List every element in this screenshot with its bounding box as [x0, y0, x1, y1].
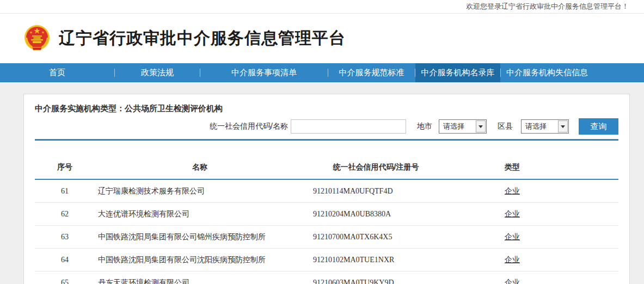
search-button[interactable]: 查询 — [579, 118, 618, 135]
table-header-row: 序号 名称 统一社会信用代码/注册号 类型 — [35, 156, 618, 180]
section-title: 中介服务实施机构类型：公共场所卫生检测评价机构 — [35, 103, 618, 114]
row-name: 辽宁瑞康检测技术服务有限公司 — [95, 186, 305, 196]
table-row: 64 中国铁路沈阳局集团有限公司沈阳疾病预防控制所 91210102MA0TUE… — [35, 249, 618, 271]
nav-item-service-list[interactable]: 中介服务事项清单 — [200, 63, 328, 82]
row-type-link[interactable]: 企业 — [505, 186, 520, 195]
welcome-bar: 欢迎您登录辽宁省行政审批中介服务信息管理平台！ — [0, 0, 644, 14]
credit-code-input[interactable] — [291, 119, 406, 134]
national-emblem-icon — [24, 23, 50, 54]
credit-code-label: 统一社会信用代码/名称 — [210, 122, 288, 131]
row-code: 91210603MA0TU9KY9D — [305, 279, 447, 284]
welcome-text: 欢迎您登录辽宁省行政审批中介服务信息管理平台！ — [466, 2, 629, 11]
row-code: 91210102MA0TUE1NXR — [305, 256, 447, 264]
nav-filler — [593, 63, 644, 82]
nav-item-home[interactable]: 首页 — [0, 63, 114, 82]
header-no: 序号 — [35, 162, 95, 172]
site-header: 辽宁省行政审批中介服务信息管理平台 — [0, 14, 644, 63]
nav-item-standards[interactable]: 中介服务规范标准 — [328, 63, 415, 82]
row-no: 65 — [35, 279, 95, 284]
row-code: 91210204MA0UB8380A — [305, 210, 447, 219]
agency-table: 序号 名称 统一社会信用代码/注册号 类型 61 辽宁瑞康检测技术服务有限公司 … — [35, 156, 618, 284]
row-name: 中国铁路沈阳局集团有限公司锦州疾病预防控制所 — [95, 232, 305, 242]
content-card: 中介服务实施机构类型：公共场所卫生检测评价机构 统一社会信用代码/名称 地市 请… — [23, 94, 630, 284]
district-label: 区县 — [498, 122, 513, 131]
district-select[interactable]: 请选择 — [521, 119, 569, 134]
city-select[interactable]: 请选择 — [439, 119, 487, 134]
main-nav: 首页 政策法规 中介服务事项清单 中介服务规范标准 中介服务机构名录库 中介服务… — [0, 63, 644, 82]
row-no: 64 — [35, 256, 95, 264]
page-title: 辽宁省行政审批中介服务信息管理平台 — [59, 27, 346, 50]
row-no: 61 — [35, 187, 95, 196]
row-type-link[interactable]: 企业 — [505, 278, 520, 284]
city-select-value: 请选择 — [439, 122, 464, 131]
row-type-link[interactable]: 企业 — [505, 232, 520, 241]
search-area: 统一社会信用代码/名称 地市 请选择 区县 请选择 查询 — [35, 118, 618, 141]
table-row: 62 大连优谱环境检测有限公司 91210204MA0UB8380A 企业 — [35, 203, 618, 226]
city-label: 地市 — [417, 122, 432, 131]
nav-item-policies[interactable]: 政策法规 — [115, 63, 200, 82]
table-row: 63 中国铁路沈阳局集团有限公司锦州疾病预防控制所 91210700MA0TX6… — [35, 226, 618, 249]
header-type: 类型 — [447, 162, 578, 172]
dropdown-arrow-icon — [558, 120, 568, 132]
header-name: 名称 — [95, 162, 305, 172]
row-type-link[interactable]: 企业 — [505, 209, 520, 218]
row-name: 大连优谱环境检测有限公司 — [95, 209, 305, 219]
row-name: 丹东天蓝环境检测有限公司 — [95, 278, 305, 284]
nav-item-agency-directory[interactable]: 中介服务机构名录库 — [415, 63, 500, 82]
table-row: 65 丹东天蓝环境检测有限公司 91210603MA0TU9KY9D 企业 — [35, 271, 618, 284]
row-code: 91210700MA0TX6K4X5 — [305, 233, 447, 241]
district-select-value: 请选择 — [522, 122, 547, 131]
row-code: 91210114MA0UFQTF4D — [305, 187, 447, 196]
dropdown-arrow-icon — [476, 120, 486, 132]
nav-item-dishonesty-info[interactable]: 中介服务机构失信信息 — [501, 63, 593, 82]
row-name: 中国铁路沈阳局集团有限公司沈阳疾病预防控制所 — [95, 255, 305, 265]
row-type-link[interactable]: 企业 — [505, 255, 520, 264]
table-row: 61 辽宁瑞康检测技术服务有限公司 91210114MA0UFQTF4D 企业 — [35, 180, 618, 203]
row-no: 62 — [35, 210, 95, 219]
row-no: 63 — [35, 233, 95, 241]
header-code: 统一社会信用代码/注册号 — [305, 162, 447, 172]
